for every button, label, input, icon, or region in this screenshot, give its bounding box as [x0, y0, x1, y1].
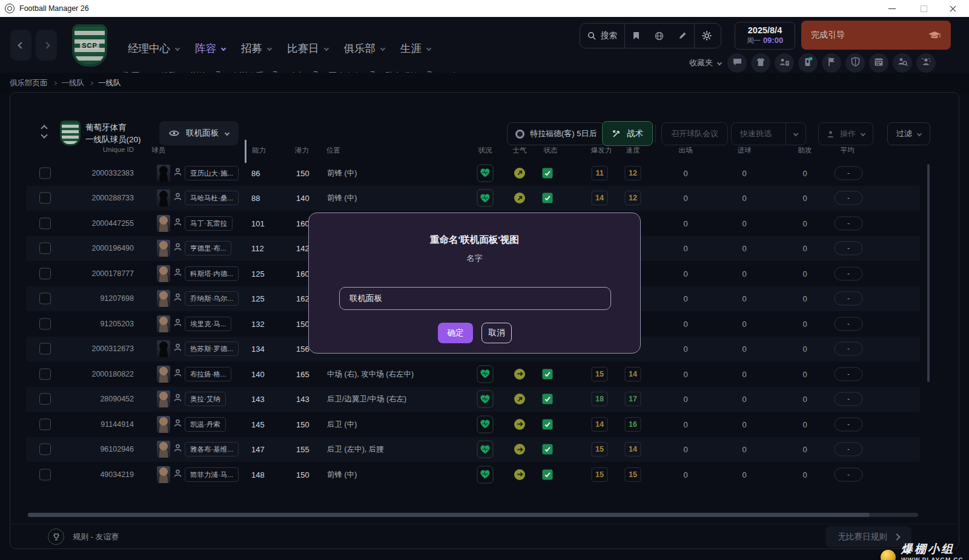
col-morale[interactable]: 士气	[513, 146, 527, 155]
minimize-button[interactable]	[878, 0, 906, 17]
col-assists[interactable]: 助攻	[798, 146, 812, 155]
maximize-button[interactable]	[910, 0, 938, 17]
cancel-button[interactable]: 取消	[481, 323, 512, 343]
divider	[655, 125, 656, 143]
app-area: SCP 经理中心阵容招募比赛日俱乐部生涯 概要一线队训练青训体系动态医疗中心阵容…	[0, 17, 969, 560]
search-button[interactable]: 搜索	[580, 24, 624, 48]
player-profile-icon	[173, 193, 182, 204]
player-name[interactable]: 凯温·丹索	[185, 417, 226, 432]
actions-label: 操作	[840, 128, 856, 139]
breadcrumb-separator-icon	[52, 81, 56, 85]
player-name[interactable]: 乔纳斯·乌尔...	[185, 291, 239, 306]
world-button[interactable]	[647, 24, 671, 48]
nav-squad[interactable]: 阵容	[191, 41, 229, 56]
player-name[interactable]: 马丁·瓦雷拉	[185, 216, 233, 231]
table-row[interactable]: 96102946 雅各布·基维... 147 155后卫 (左中), 后腰151…	[26, 437, 920, 463]
condition-heart-icon	[477, 365, 494, 383]
confirm-button[interactable]: 确定	[438, 323, 473, 343]
breadcrumb-item[interactable]: 俱乐部页面	[10, 78, 48, 88]
average-rating-value: -	[835, 242, 863, 255]
pencil-icon	[678, 31, 687, 40]
close-button[interactable]	[939, 0, 967, 17]
game-date[interactable]: 2025/8/4 周一09:00	[735, 22, 795, 50]
staff-button[interactable]	[916, 53, 936, 73]
kit-button[interactable]	[751, 53, 770, 73]
nav-club[interactable]: 俱乐部	[340, 41, 389, 56]
col-average-rating[interactable]: 平均	[841, 146, 855, 155]
set-piece-button[interactable]	[822, 53, 841, 73]
history-forward-button[interactable]	[36, 30, 57, 61]
player-name[interactable]: 科斯塔·内德...	[185, 266, 239, 281]
breadcrumb-item[interactable]: 一线队	[62, 78, 85, 88]
col-ability[interactable]: 能力	[252, 146, 266, 155]
set-piece-icon	[827, 57, 836, 69]
notes-button[interactable]	[625, 24, 647, 48]
settings-button[interactable]	[695, 24, 719, 48]
horizontal-scrollbar[interactable]	[28, 513, 918, 517]
breadcrumb-item[interactable]: 一线队	[98, 78, 121, 88]
favorites-dropdown[interactable]: 收藏夹	[689, 58, 721, 68]
nav-recruitment[interactable]: 招募	[237, 41, 275, 56]
col-appearances[interactable]: 出场	[679, 146, 693, 155]
schedule-button[interactable]	[869, 53, 888, 73]
horizontal-scrollbar-thumb[interactable]	[28, 513, 870, 517]
col-player[interactable]: 球员	[151, 146, 165, 155]
messages-button[interactable]	[727, 53, 747, 73]
player-name[interactable]: 奥拉·艾纳	[185, 392, 226, 406]
player-name[interactable]: 简菲力浦·马...	[185, 467, 239, 482]
status-check-icon	[543, 193, 553, 203]
table-row[interactable]: 2000180822 布拉扬·格... 140 165中场 (右), 攻中场 (…	[26, 361, 920, 387]
average-rating-value: -	[835, 216, 863, 230]
panel-sort-arrows[interactable]	[42, 124, 51, 139]
nav-career[interactable]: 生涯	[397, 41, 434, 56]
col-position[interactable]: 位置	[326, 146, 340, 155]
table-row[interactable]: 49034219 简菲力浦·马... 148 150前锋 (中)1515 0 0…	[26, 462, 920, 487]
player-name[interactable]: 热苏斯·罗德...	[185, 341, 239, 356]
table-row[interactable]: 91144914 凯温·丹索 145 150后卫 (中)1416 0 0 0 -	[26, 412, 920, 437]
potential-value: 142	[296, 244, 309, 253]
person-icon	[827, 130, 835, 138]
history-back-button[interactable]	[10, 30, 31, 61]
player-name[interactable]: 埃里克·马...	[185, 317, 231, 331]
table-row[interactable]: 28090452 奥拉·艾纳 143 143后卫/边翼卫/中场 (右左)1817…	[26, 387, 920, 412]
col-status[interactable]: 状态	[544, 146, 558, 155]
player-name[interactable]: 布拉扬·格...	[185, 367, 231, 381]
col-goals[interactable]: 进球	[738, 146, 752, 155]
player-name[interactable]: 马哈马杜·桑...	[185, 191, 239, 205]
col-acceleration[interactable]: 爆发力	[591, 146, 612, 155]
finish-onboarding-button[interactable]: 完成引导	[801, 21, 951, 50]
goals-value: 0	[742, 344, 746, 354]
window-titlebar: Football Manager 26	[0, 0, 969, 17]
scouting-button[interactable]	[893, 53, 912, 73]
player-name[interactable]: 雅各布·基维...	[185, 442, 239, 456]
nav-manager-hub[interactable]: 经理中心	[124, 41, 183, 56]
column-resize-handle[interactable]	[245, 140, 246, 163]
player-name[interactable]: 亚历山大·施...	[185, 166, 239, 180]
table-row[interactable]: 2000332383 亚历山大·施... 86 150前锋 (中)1112 0 …	[26, 160, 920, 186]
dialog-title: 重命名'联机面板'视图	[309, 234, 640, 246]
no-matchday-rules-button[interactable]: 无比赛日规则	[825, 526, 911, 547]
col-unique-id[interactable]: Unique ID	[26, 146, 134, 153]
col-pace[interactable]: 速度	[626, 146, 640, 155]
pace-value: 17	[625, 392, 641, 406]
player-photo	[157, 165, 170, 182]
nav-matchday[interactable]: 比赛日	[283, 41, 332, 56]
col-condition[interactable]: 状况	[478, 146, 492, 155]
player-profile-icon	[173, 394, 182, 405]
view-name-input[interactable]	[339, 287, 611, 310]
device-alert-button[interactable]	[798, 53, 818, 73]
club-crest-button[interactable]	[845, 53, 865, 73]
watermark-text: 爆棚小组	[901, 541, 954, 557]
morale-arrow-icon	[514, 444, 525, 455]
position-value: 中场 (右), 攻中场 (右左中)	[327, 369, 414, 379]
player-unique-id: 2000288733	[26, 194, 134, 202]
edit-button[interactable]	[671, 24, 694, 48]
vertical-scrollbar[interactable]	[927, 164, 930, 382]
player-name[interactable]: 亨德里·布...	[185, 241, 231, 255]
goals-value: 0	[742, 168, 746, 177]
table-row[interactable]: 2000288733 马哈马杜·桑... 88 140前锋 (中)1412 0 …	[26, 186, 920, 211]
morale-arrow-icon	[514, 193, 525, 203]
chevron-down-icon	[793, 131, 798, 136]
col-potential[interactable]: 潜力	[295, 146, 309, 155]
coach-report-button[interactable]	[775, 53, 794, 73]
